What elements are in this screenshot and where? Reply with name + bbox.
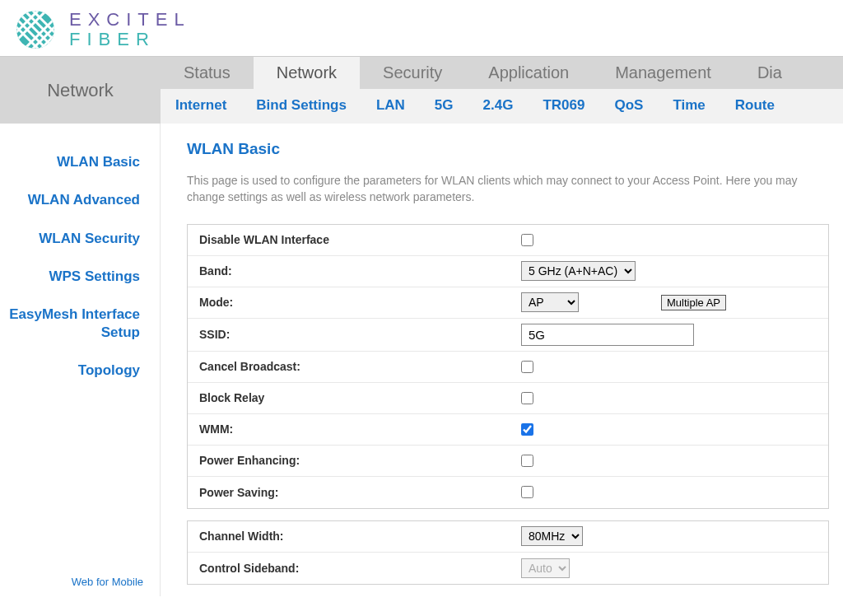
topnav-right: Status Network Security Application Mana… (161, 57, 843, 124)
sidebar-item-easymesh[interactable]: EasyMesh Interface Setup (0, 296, 147, 352)
label-mode: Mode: (188, 289, 513, 315)
label-control-sideband: Control Sideband: (188, 555, 513, 581)
logo-area: EXCITEL FIBER (16, 10, 191, 49)
sidebar: WLAN Basic WLAN Advanced WLAN Security W… (0, 124, 161, 595)
sidebar-item-topology[interactable]: Topology (0, 352, 147, 390)
row-band: Band: 5 GHz (A+N+AC) (188, 256, 828, 287)
sidebar-item-wlan-advanced[interactable]: WLAN Advanced (0, 181, 147, 219)
content: WLAN Basic WLAN Advanced WLAN Security W… (0, 124, 843, 595)
subtab-internet[interactable]: Internet (161, 94, 241, 117)
row-block-relay: Block Relay (188, 383, 828, 414)
brand-line1: EXCITEL (69, 10, 191, 30)
row-power-saving: Power Saving: (188, 477, 828, 508)
row-channel-width: Channel Width: 80MHz (188, 521, 828, 553)
label-wmm: WMM: (188, 416, 513, 442)
sidebar-item-wlan-basic[interactable]: WLAN Basic (0, 143, 147, 181)
label-disable-wlan: Disable WLAN Interface (188, 226, 513, 253)
page-description: This page is used to configure the param… (187, 173, 829, 205)
checkbox-cancel-broadcast[interactable] (521, 361, 533, 373)
brand-line2: FIBER (69, 30, 191, 49)
checkbox-power-saving[interactable] (521, 486, 533, 498)
tab-status[interactable]: Status (161, 57, 254, 89)
sub-tabs: Internet Bind Settings LAN 5G 2.4G TR069… (161, 89, 843, 124)
form-block-2: Channel Width: 80MHz Control Sideband: A… (187, 520, 829, 585)
sidebar-item-wps-settings[interactable]: WPS Settings (0, 258, 147, 296)
sidebar-item-wlan-security[interactable]: WLAN Security (0, 220, 147, 258)
main-panel: WLAN Basic This page is used to configur… (161, 124, 843, 595)
row-control-sideband: Control Sideband: Auto (188, 553, 828, 584)
label-block-relay: Block Relay (188, 385, 513, 411)
row-wmm: WMM: (188, 414, 828, 446)
input-ssid[interactable] (521, 324, 694, 346)
select-channel-width[interactable]: 80MHz (521, 526, 583, 546)
header: EXCITEL FIBER (0, 0, 843, 56)
label-band: Band: (188, 258, 513, 284)
subtab-qos[interactable]: QoS (599, 94, 658, 117)
subtab-bind-settings[interactable]: Bind Settings (241, 94, 361, 117)
label-channel-width: Channel Width: (188, 523, 513, 549)
sidebar-web-for-mobile[interactable]: Web for Mobile (72, 576, 143, 588)
topnav-section-label: Network (0, 57, 161, 124)
form-block-1: Disable WLAN Interface Band: 5 GHz (A+N+… (187, 224, 829, 509)
row-cancel-broadcast: Cancel Broadcast: (188, 352, 828, 383)
brand-text: EXCITEL FIBER (69, 10, 191, 49)
subtab-time[interactable]: Time (658, 94, 720, 117)
subtab-tr069[interactable]: TR069 (528, 94, 599, 117)
select-band[interactable]: 5 GHz (A+N+AC) (521, 261, 636, 281)
tab-network[interactable]: Network (254, 57, 360, 89)
tab-application[interactable]: Application (465, 57, 592, 89)
subtab-route[interactable]: Route (720, 94, 789, 117)
subtab-2-4g[interactable]: 2.4G (468, 94, 529, 117)
select-mode[interactable]: AP (521, 292, 579, 312)
label-power-saving: Power Saving: (188, 479, 513, 506)
label-cancel-broadcast: Cancel Broadcast: (188, 353, 513, 380)
checkbox-block-relay[interactable] (521, 392, 533, 404)
checkbox-disable-wlan[interactable] (521, 234, 533, 246)
brand-logo-icon (16, 11, 54, 49)
tab-management[interactable]: Management (592, 57, 734, 89)
row-mode: Mode: AP Multiple AP (188, 287, 828, 319)
checkbox-wmm[interactable] (521, 423, 533, 436)
checkbox-power-enhancing[interactable] (521, 455, 533, 467)
tab-diagnostics[interactable]: Dia (734, 57, 805, 89)
subtab-5g[interactable]: 5G (420, 94, 468, 117)
page-title: WLAN Basic (187, 140, 843, 158)
multiple-ap-button[interactable]: Multiple AP (661, 295, 726, 310)
main-tabs: Status Network Security Application Mana… (161, 57, 843, 89)
select-control-sideband: Auto (521, 558, 570, 578)
top-nav: Network Status Network Security Applicat… (0, 56, 843, 124)
label-power-enhancing: Power Enhancing: (188, 447, 513, 474)
row-disable-wlan: Disable WLAN Interface (188, 225, 828, 256)
label-ssid: SSID: (188, 321, 513, 348)
row-ssid: SSID: (188, 319, 828, 352)
row-power-enhancing: Power Enhancing: (188, 446, 828, 477)
tab-security[interactable]: Security (360, 57, 465, 89)
subtab-lan[interactable]: LAN (361, 94, 420, 117)
